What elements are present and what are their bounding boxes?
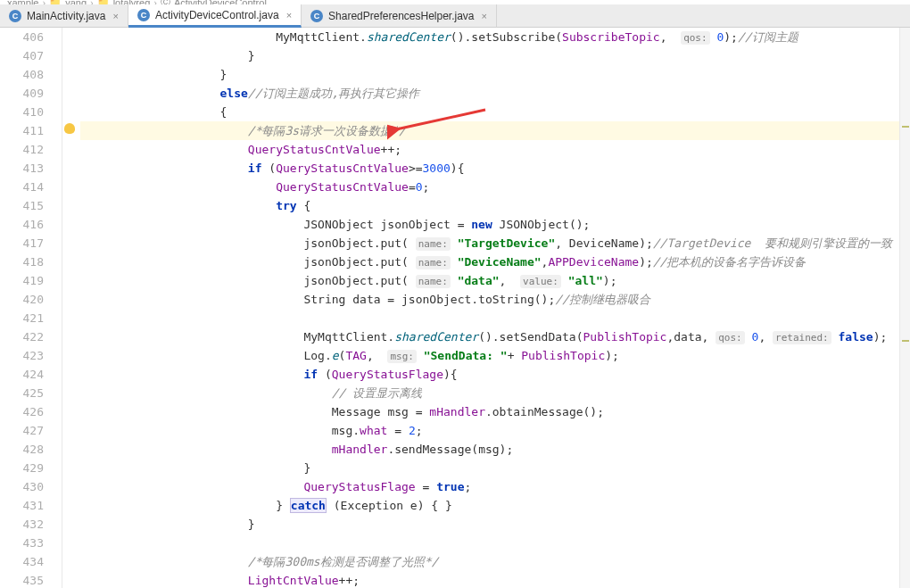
line-number[interactable]: 423 bbox=[0, 346, 62, 365]
line-number[interactable]: 433 bbox=[0, 534, 62, 552]
code-line[interactable]: jsonObject.put( name: "DeviceName",APPDe… bbox=[80, 253, 910, 271]
tab-shared-preferences-helper[interactable]: C SharedPreferencesHelper.java × bbox=[302, 4, 497, 27]
code-line[interactable]: MyMqttClient.sharedCenter().setSendData(… bbox=[80, 327, 910, 346]
line-number[interactable]: 418 bbox=[0, 253, 62, 271]
close-icon[interactable]: × bbox=[112, 11, 118, 21]
code-line[interactable]: Message msg = mHandler.obtainMessage(); bbox=[80, 402, 910, 421]
class-icon: C bbox=[310, 10, 323, 22]
editor: 4064074084094104114124134144154164174184… bbox=[0, 28, 910, 588]
editor-tabs: C MainActivity.java × C ActivityDeviceCo… bbox=[0, 4, 910, 28]
tab-label: MainActivity.java bbox=[27, 10, 105, 22]
close-icon[interactable]: × bbox=[482, 11, 487, 21]
line-number[interactable]: 408 bbox=[0, 65, 62, 84]
line-number[interactable]: 428 bbox=[0, 440, 62, 459]
line-number[interactable]: 421 bbox=[0, 309, 62, 327]
code-line[interactable] bbox=[80, 534, 910, 552]
line-number[interactable]: 429 bbox=[0, 459, 62, 477]
line-number[interactable]: 410 bbox=[0, 103, 62, 121]
intention-bulb-icon[interactable] bbox=[64, 123, 75, 134]
code-line[interactable]: } bbox=[80, 65, 910, 84]
code-line[interactable]: QueryStatusCntValue=0; bbox=[80, 178, 910, 196]
line-number[interactable]: 414 bbox=[0, 178, 62, 196]
code-line[interactable]: Log.e(TAG, msg: "SendData: "+ PublishTop… bbox=[80, 346, 910, 365]
line-number[interactable]: 416 bbox=[0, 215, 62, 234]
code-line[interactable]: QueryStatusFlage = true; bbox=[80, 477, 910, 496]
code-line[interactable]: String data = jsonObject.toString();//控制… bbox=[80, 290, 910, 309]
line-number[interactable]: 430 bbox=[0, 477, 62, 496]
code-line[interactable]: QueryStatusCntValue++; bbox=[80, 140, 910, 159]
code-line[interactable]: JSONObject jsonObject = new JSONObject()… bbox=[80, 215, 910, 234]
line-number[interactable]: 426 bbox=[0, 402, 62, 421]
close-icon[interactable]: × bbox=[286, 10, 292, 21]
line-number[interactable]: 425 bbox=[0, 384, 62, 402]
code-line[interactable]: jsonObject.put( name: "data", value: "al… bbox=[80, 271, 910, 290]
line-number[interactable]: 424 bbox=[0, 365, 62, 384]
code-line[interactable]: /*每隔300ms检测是否调整了光照*/ bbox=[80, 552, 910, 571]
tab-activity-device-control[interactable]: C ActivityDeviceControl.java × bbox=[128, 4, 302, 28]
code-line[interactable]: { bbox=[80, 103, 910, 121]
code-line[interactable]: if (QueryStatusFlage){ bbox=[80, 365, 910, 384]
code-line[interactable]: /*每隔3s请求一次设备数据*/ bbox=[80, 121, 910, 140]
code-line[interactable]: jsonObject.put( name: "TargetDevice", De… bbox=[80, 234, 910, 253]
tab-label: SharedPreferencesHelper.java bbox=[328, 10, 474, 22]
class-icon: C bbox=[137, 9, 150, 21]
line-number[interactable]: 434 bbox=[0, 552, 62, 571]
code-line[interactable]: LightCntValue++; bbox=[80, 571, 910, 588]
code-line[interactable]: msg.what = 2; bbox=[80, 421, 910, 440]
code-line[interactable]: } bbox=[80, 515, 910, 534]
line-number[interactable]: 435 bbox=[0, 571, 62, 588]
tab-label: ActivityDeviceControl.java bbox=[155, 9, 279, 21]
line-number[interactable]: 422 bbox=[0, 327, 62, 346]
line-number[interactable]: 411 bbox=[0, 121, 62, 140]
line-number[interactable]: 432 bbox=[0, 515, 62, 534]
line-number[interactable]: 406 bbox=[0, 28, 62, 46]
code-area[interactable]: MyMqttClient.sharedCenter().setSubscribe… bbox=[77, 28, 910, 588]
line-number[interactable]: 413 bbox=[0, 159, 62, 178]
line-number[interactable]: 409 bbox=[0, 84, 62, 103]
gutter-icons bbox=[62, 28, 77, 588]
line-number[interactable]: 431 bbox=[0, 496, 62, 515]
line-number[interactable]: 417 bbox=[0, 234, 62, 253]
line-number[interactable]: 419 bbox=[0, 271, 62, 290]
line-number[interactable]: 415 bbox=[0, 196, 62, 215]
line-number[interactable]: 427 bbox=[0, 421, 62, 440]
class-icon: C bbox=[9, 10, 21, 22]
code-line[interactable]: else//订阅主题成功,再执行其它操作 bbox=[80, 84, 910, 103]
line-number[interactable]: 420 bbox=[0, 290, 62, 309]
code-line[interactable]: mHandler.sendMessage(msg); bbox=[80, 440, 910, 459]
tab-main-activity[interactable]: C MainActivity.java × bbox=[0, 4, 128, 27]
scroll-marker-bar[interactable] bbox=[899, 28, 910, 588]
code-line[interactable] bbox=[80, 309, 910, 327]
code-line[interactable]: // 设置显示离线 bbox=[80, 384, 910, 402]
line-number[interactable]: 412 bbox=[0, 140, 62, 159]
code-line[interactable]: } catch (Exception e) { } bbox=[80, 496, 910, 515]
code-line[interactable]: MyMqttClient.sharedCenter().setSubscribe… bbox=[80, 28, 910, 46]
code-line[interactable]: if (QueryStatusCntValue>=3000){ bbox=[80, 159, 910, 178]
code-line[interactable]: } bbox=[80, 459, 910, 477]
code-line[interactable]: } bbox=[80, 46, 910, 65]
gutter: 4064074084094104114124134144154164174184… bbox=[0, 28, 62, 588]
line-number[interactable]: 407 bbox=[0, 46, 62, 65]
code-line[interactable]: try { bbox=[80, 196, 910, 215]
